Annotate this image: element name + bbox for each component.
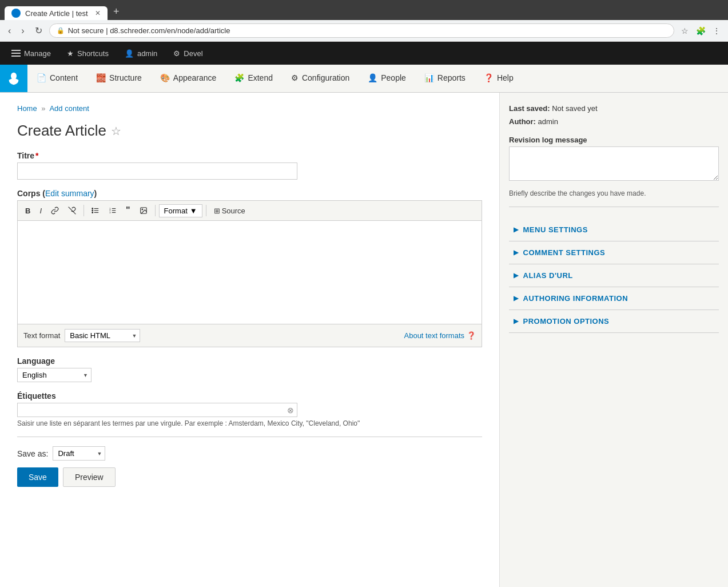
nav-extend[interactable]: 🧩 Extend bbox=[225, 65, 282, 92]
address-bar[interactable]: 🔒 Not secure | d8.schreder.com/en/node/a… bbox=[49, 23, 674, 38]
drupal-nav: 📄 Content 🧱 Structure 🎨 Appearance 🧩 Ext… bbox=[0, 65, 728, 93]
author-label: Author: bbox=[509, 117, 536, 126]
tab-close-button[interactable]: ✕ bbox=[95, 9, 101, 17]
admin-toolbar: Manage ★ Shortcuts 👤 admin ⚙ Devel bbox=[0, 42, 728, 65]
authoring-header[interactable]: ▶ AUTHORING INFORMATION bbox=[509, 287, 719, 310]
save-button[interactable]: Save bbox=[17, 467, 58, 487]
edit-summary-link[interactable]: Edit summary bbox=[45, 189, 94, 198]
editor-content[interactable] bbox=[18, 221, 482, 324]
configuration-nav-label: Configuration bbox=[302, 73, 349, 82]
nav-people[interactable]: 👤 People bbox=[359, 65, 415, 92]
alias-url-arrow: ▶ bbox=[514, 272, 519, 279]
title-input[interactable] bbox=[17, 162, 297, 180]
language-label: Language bbox=[17, 356, 482, 366]
promotion-header[interactable]: ▶ PROMOTION OPTIONS bbox=[509, 310, 719, 332]
text-format-select-wrapper: Basic HTML Full HTML Restricted HTML bbox=[65, 329, 140, 342]
unordered-list-button[interactable] bbox=[87, 204, 104, 217]
help-nav-label: Help bbox=[497, 73, 514, 82]
svg-point-6 bbox=[92, 210, 93, 211]
menu-icon[interactable]: ⋮ bbox=[710, 24, 723, 38]
star-icon: ★ bbox=[67, 49, 74, 58]
shortcuts-menu-item[interactable]: ★ Shortcuts bbox=[60, 42, 116, 65]
preview-button[interactable]: Preview bbox=[63, 467, 116, 487]
back-button[interactable]: ‹ bbox=[5, 25, 14, 37]
menu-settings-header[interactable]: ▶ MENU SETTINGS bbox=[509, 219, 719, 241]
refresh-button[interactable]: ↻ bbox=[31, 24, 46, 37]
text-format-label: Text format bbox=[23, 331, 60, 340]
blockquote-button[interactable]: " bbox=[122, 203, 134, 218]
ordered-list-button[interactable]: 1 2 3 bbox=[105, 204, 121, 217]
alias-url-header[interactable]: ▶ ALIAS D'URL bbox=[509, 264, 719, 287]
security-icon: 🔒 bbox=[57, 27, 65, 34]
user-menu-item[interactable]: 👤 admin bbox=[118, 42, 164, 65]
promotion-section: ▶ PROMOTION OPTIONS bbox=[509, 310, 719, 333]
browser-toolbar: ‹ › ↻ 🔒 Not secure | d8.schreder.com/en/… bbox=[0, 20, 728, 42]
nav-help[interactable]: ❓ Help bbox=[475, 65, 523, 92]
breadcrumb-home[interactable]: Home bbox=[17, 104, 37, 113]
toolbar-divider-3 bbox=[206, 205, 206, 216]
tab-favicon bbox=[11, 9, 21, 18]
save-as-select[interactable]: Draft Published bbox=[53, 446, 105, 461]
comment-settings-arrow: ▶ bbox=[514, 249, 519, 256]
tags-input[interactable] bbox=[17, 403, 297, 417]
italic-button[interactable]: I bbox=[35, 204, 46, 217]
breadcrumb-add-content[interactable]: Add content bbox=[49, 104, 89, 113]
nav-structure[interactable]: 🧱 Structure bbox=[87, 65, 151, 92]
revision-log-textarea[interactable] bbox=[509, 146, 719, 181]
about-formats-link[interactable]: About text formats ❓ bbox=[404, 331, 476, 340]
svg-point-15 bbox=[142, 209, 143, 210]
save-as-row: Save as: Draft Published bbox=[17, 446, 482, 461]
nav-content[interactable]: 📄 Content bbox=[27, 65, 87, 92]
svg-text:3: 3 bbox=[109, 211, 111, 214]
bold-button[interactable]: B bbox=[21, 204, 34, 217]
menu-settings-label: MENU SETTINGS bbox=[523, 225, 588, 234]
format-dropdown-button[interactable]: Format ▼ bbox=[159, 204, 202, 217]
revision-log-label: Revision log message bbox=[509, 133, 719, 146]
help-nav-icon: ❓ bbox=[484, 73, 494, 82]
active-tab[interactable]: Create Article | test ✕ bbox=[5, 6, 108, 20]
authoring-section: ▶ AUTHORING INFORMATION bbox=[509, 287, 719, 310]
content-nav-icon: 📄 bbox=[37, 73, 46, 82]
drupal-logo[interactable] bbox=[0, 65, 27, 92]
promotion-arrow: ▶ bbox=[514, 318, 519, 325]
alias-url-label: ALIAS D'URL bbox=[523, 271, 573, 280]
extensions-icon[interactable]: 🧩 bbox=[694, 24, 707, 38]
favorite-icon[interactable]: ☆ bbox=[111, 124, 121, 138]
unlink-button[interactable] bbox=[64, 204, 80, 217]
devel-menu-item[interactable]: ⚙ Devel bbox=[166, 42, 209, 65]
manage-menu-item[interactable]: Manage bbox=[5, 42, 58, 65]
nav-appearance[interactable]: 🎨 Appearance bbox=[151, 65, 226, 92]
about-formats-text: About text formats bbox=[404, 331, 465, 340]
forward-button[interactable]: › bbox=[18, 25, 27, 37]
content-nav-label: Content bbox=[50, 73, 78, 82]
browser-toolbar-icons: ☆ 🧩 ⋮ bbox=[678, 24, 723, 38]
author-row: Author: admin bbox=[509, 115, 719, 128]
source-button[interactable]: ⊞ Source bbox=[210, 204, 249, 217]
url-text: Not secure | d8.schreder.com/en/node/add… bbox=[68, 26, 230, 35]
revision-log-help: Briefly describe the changes you have ma… bbox=[509, 188, 719, 200]
url-prefix: Not secure | bbox=[68, 26, 110, 35]
url-value: d8.schreder.com/en/node/add/article bbox=[110, 26, 230, 35]
body-field-label: Corps (Edit summary) bbox=[17, 189, 482, 198]
structure-nav-label: Structure bbox=[109, 73, 142, 82]
svg-point-5 bbox=[92, 208, 93, 209]
tags-label: Étiquettes bbox=[17, 391, 482, 400]
comment-settings-label: COMMENT SETTINGS bbox=[523, 248, 606, 257]
tags-clear-icon[interactable]: ⊗ bbox=[287, 406, 294, 415]
manage-label: Manage bbox=[24, 49, 51, 58]
language-select[interactable]: English French German bbox=[17, 368, 92, 382]
comment-settings-header[interactable]: ▶ COMMENT SETTINGS bbox=[509, 241, 719, 264]
text-format-select[interactable]: Basic HTML Full HTML Restricted HTML bbox=[65, 329, 140, 342]
browser-tabs: Create Article | test ✕ + bbox=[5, 3, 723, 20]
nav-reports[interactable]: 📊 Reports bbox=[415, 65, 475, 92]
link-button[interactable] bbox=[47, 204, 63, 217]
page-title: Create Article ☆ bbox=[17, 122, 482, 140]
image-button[interactable] bbox=[136, 204, 152, 217]
toolbar-divider-2 bbox=[155, 205, 156, 216]
reports-nav-icon: 📊 bbox=[424, 73, 434, 82]
bookmark-icon[interactable]: ☆ bbox=[678, 24, 691, 38]
new-tab-button[interactable]: + bbox=[109, 3, 124, 20]
svg-point-7 bbox=[92, 212, 93, 213]
appearance-nav-label: Appearance bbox=[173, 73, 217, 82]
nav-configuration[interactable]: ⚙ Configuration bbox=[282, 65, 359, 92]
